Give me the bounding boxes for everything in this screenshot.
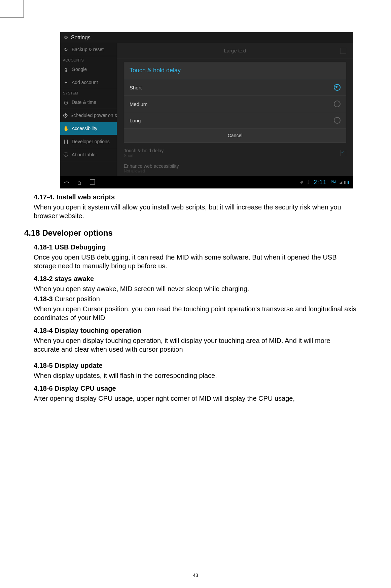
heading-4-18-3-bold: 4.18-3 (34, 295, 55, 303)
dialog-title: Touch & hold delay (124, 62, 346, 79)
power-icon: ⏻ (63, 112, 68, 118)
page-number: 43 (0, 573, 391, 578)
download-icon: ⇩ (307, 180, 310, 185)
document-page: ⚙ Settings ↻ Backup & reset ACCOUNTS g G… (0, 0, 391, 588)
heading-4-18-3-rest: Cursor position (55, 295, 100, 303)
settings-main: Large text Touch & hold delay Short Medi… (117, 43, 353, 176)
setting-enhance-web[interactable]: Enhance web accessibility Not allowed (124, 161, 346, 176)
usb-icon: Ψ (299, 180, 303, 185)
paragraph-4-18-5: When display updates, it will flash in t… (34, 371, 357, 380)
backup-icon: ↻ (63, 46, 69, 52)
enhance-web-label: Enhance web accessibility (124, 163, 346, 169)
gear-icon: ⚙ (64, 34, 68, 41)
checkbox-checked-icon[interactable] (340, 150, 346, 156)
touch-hold-label: Touch & hold delay (124, 148, 164, 153)
paragraph-4-18-1: Once you open USB debugging, it can read… (34, 253, 357, 270)
dialog-cancel-button[interactable]: Cancel (124, 129, 346, 142)
heading-4-17-4: 4.17-4. Install web scripts (34, 193, 357, 201)
option-label: Long (130, 118, 141, 123)
heading-4-18-5: 4.18-5 Display update (34, 361, 357, 370)
status-icons: ◢ ▮ ▮ (339, 180, 350, 185)
enhance-web-value: Not allowed (124, 169, 346, 173)
paragraph-4-18-4: When you open display touching operation… (34, 336, 357, 354)
clock-ampm: PM (331, 180, 336, 184)
dialog-option-long[interactable]: Long (124, 112, 346, 129)
clock-icon: ◷ (63, 99, 69, 105)
paragraph-4-18-2: When you open stay awake, MID screen wil… (34, 284, 357, 293)
settings-header: ⚙ Settings (60, 32, 353, 43)
dialog-option-short[interactable]: Short (124, 79, 346, 96)
radio-selected-icon[interactable] (334, 84, 341, 91)
radio-icon[interactable] (334, 117, 341, 124)
sidebar-item-accessibility[interactable]: ✋ Accessibility (60, 122, 117, 135)
heading-4-18: 4.18 Developer options (24, 228, 357, 238)
heading-4-18-3: 4.18-3 Cursor position (34, 295, 357, 303)
google-icon: g (63, 66, 69, 72)
settings-body: ↻ Backup & reset ACCOUNTS g Google + Add… (60, 43, 353, 176)
sidebar-item-label: Add account (72, 80, 98, 85)
back-icon[interactable]: ⤺ (64, 178, 69, 186)
recent-icon[interactable]: ❐ (90, 178, 96, 186)
sidebar-item-date-time[interactable]: ◷ Date & time (60, 96, 117, 109)
sidebar-item-label: About tablet (72, 152, 97, 157)
heading-4-18-1: 4.18-1 USB Debugging (34, 243, 357, 251)
braces-icon: { } (63, 139, 69, 145)
settings-title: Settings (71, 35, 91, 41)
large-text-checkbox[interactable] (340, 48, 346, 54)
sidebar-item-backup-reset[interactable]: ↻ Backup & reset (60, 43, 117, 56)
radio-icon[interactable] (334, 101, 341, 107)
touch-hold-value: Short (124, 153, 164, 158)
heading-4-18-4: 4.18-4 Display touching operation (34, 326, 357, 335)
option-label: Short (130, 85, 142, 90)
home-icon[interactable]: ⌂ (77, 179, 81, 186)
setting-touch-hold[interactable]: Touch & hold delay Short (124, 145, 346, 161)
setting-large-text[interactable]: Large text (117, 43, 353, 58)
document-text: 4.17-4. Install web scripts When you ope… (34, 193, 357, 403)
dialog-option-medium[interactable]: Medium (124, 96, 346, 112)
battery-icon: ▮ (347, 180, 350, 185)
sidebar-item-google[interactable]: g Google (60, 63, 117, 76)
sidebar-item-about-tablet[interactable]: ⓘ About tablet (60, 148, 117, 161)
paragraph-4-17-4: When you open it system will allow you i… (34, 203, 357, 220)
sidebar-item-add-account[interactable]: + Add account (60, 76, 117, 89)
wifi-icon: ◢ (339, 180, 342, 185)
signal-icon: ▮ (344, 180, 346, 185)
sidebar-item-label: Scheduled power on & off (70, 113, 117, 118)
sidebar-item-label: Developer options (72, 139, 110, 144)
sidebar-item-label: Backup & reset (72, 47, 104, 52)
paragraph-4-18-6: After opening display CPU usage, upper r… (34, 394, 357, 403)
touch-hold-dialog: Touch & hold delay Short Medium Long Can… (124, 62, 346, 143)
sidebar-item-scheduled-power[interactable]: ⏻ Scheduled power on & off (60, 109, 117, 122)
sidebar-section-accounts: ACCOUNTS (60, 56, 117, 63)
sidebar-item-label: Google (72, 67, 87, 72)
paragraph-4-18-3: When you open Cursor position, you can r… (34, 305, 357, 322)
large-text-label: Large text (224, 48, 246, 53)
sidebar-item-label: Date & time (72, 100, 96, 105)
heading-4-18-6: 4.18-6 Display CPU usage (34, 384, 357, 393)
settings-below-dialog: Touch & hold delay Short Enhance web acc… (117, 143, 353, 176)
corner-box (0, 0, 24, 17)
heading-4-18-2: 4.18-2 stays awake (34, 274, 357, 283)
sidebar-item-developer-options[interactable]: { } Developer options (60, 135, 117, 148)
hand-icon: ✋ (63, 125, 69, 131)
info-icon: ⓘ (63, 152, 69, 158)
sidebar-item-label: Accessibility (72, 126, 97, 131)
plus-icon: + (63, 79, 69, 85)
clock-time: 2:11 (314, 179, 327, 186)
sidebar-section-system: SYSTEM (60, 89, 117, 96)
android-settings-screenshot: ⚙ Settings ↻ Backup & reset ACCOUNTS g G… (60, 32, 353, 189)
option-label: Medium (130, 101, 147, 107)
settings-sidebar: ↻ Backup & reset ACCOUNTS g Google + Add… (60, 43, 117, 176)
android-navbar: ⤺ ⌂ ❐ Ψ ⇩ 2:11 PM ◢ ▮ ▮ (60, 176, 353, 188)
